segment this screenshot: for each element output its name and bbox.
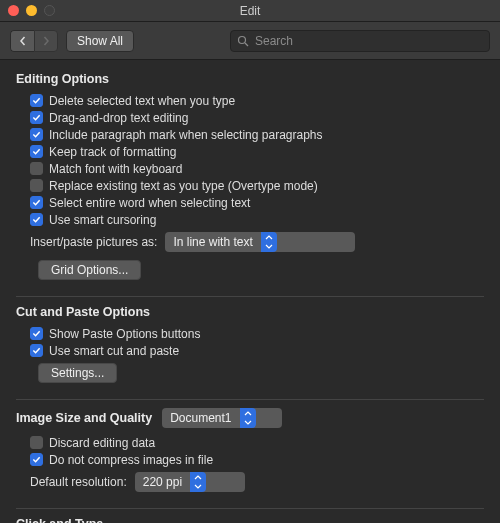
checkbox-row: Use smart cursoring — [16, 211, 484, 228]
insert-pictures-label: Insert/paste pictures as: — [30, 235, 157, 249]
checkbox[interactable] — [30, 94, 43, 107]
resolution-row: Default resolution: 220 ppi — [16, 468, 484, 496]
resolution-value: 220 ppi — [143, 475, 182, 489]
checkbox[interactable] — [30, 196, 43, 209]
insert-pictures-select[interactable]: In line with text — [165, 232, 355, 252]
checkbox-row: Select entire word when selecting text — [16, 194, 484, 211]
checkbox-label: Show Paste Options buttons — [49, 327, 200, 341]
checkbox-row: Match font with keyboard — [16, 160, 484, 177]
section-title-editing: Editing Options — [16, 72, 484, 86]
resolution-select[interactable]: 220 ppi — [135, 472, 245, 492]
divider — [16, 399, 484, 400]
show-all-button[interactable]: Show All — [66, 30, 134, 52]
insert-pictures-value: In line with text — [173, 235, 252, 249]
divider — [16, 296, 484, 297]
section-title-image: Image Size and Quality — [16, 411, 152, 425]
checkbox-row: Replace existing text as you type (Overt… — [16, 177, 484, 194]
checkbox[interactable] — [30, 128, 43, 141]
checkbox[interactable] — [30, 162, 43, 175]
checkbox-row: Discard editing data — [16, 434, 484, 451]
checkbox[interactable] — [30, 436, 43, 449]
checkbox-label: Delete selected text when you type — [49, 94, 235, 108]
checkbox[interactable] — [30, 213, 43, 226]
search-icon — [237, 35, 249, 47]
checkbox[interactable] — [30, 111, 43, 124]
close-icon[interactable] — [8, 5, 19, 16]
checkbox-label: Discard editing data — [49, 436, 155, 450]
updown-icon — [240, 408, 256, 428]
checkbox[interactable] — [30, 344, 43, 357]
checkbox-row: Use smart cut and paste — [16, 342, 484, 359]
checkbox[interactable] — [30, 145, 43, 158]
settings-button[interactable]: Settings... — [38, 363, 117, 383]
checkbox-row: Delete selected text when you type — [16, 92, 484, 109]
forward-button[interactable] — [34, 30, 58, 52]
checkbox-label: Use smart cursoring — [49, 213, 156, 227]
search-field[interactable] — [230, 30, 490, 52]
window-controls — [8, 5, 55, 16]
resolution-label: Default resolution: — [30, 475, 127, 489]
checkbox[interactable] — [30, 453, 43, 466]
checkbox-label: Replace existing text as you type (Overt… — [49, 179, 318, 193]
toolbar: Show All — [0, 22, 500, 60]
checkbox-label: Include paragraph mark when selecting pa… — [49, 128, 323, 142]
section-cutpaste: Cut and Paste Options Show Paste Options… — [16, 305, 484, 387]
checkbox-row: Drag-and-drop text editing — [16, 109, 484, 126]
checkbox-row: Include paragraph mark when selecting pa… — [16, 126, 484, 143]
chevron-right-icon — [41, 36, 51, 46]
section-image: Image Size and Quality Document1 Discard… — [16, 408, 484, 496]
checkbox-row: Do not compress images in file — [16, 451, 484, 468]
window-title: Edit — [0, 4, 500, 18]
search-input[interactable] — [255, 34, 483, 48]
updown-icon — [261, 232, 277, 252]
divider — [16, 508, 484, 509]
checkbox-label: Drag-and-drop text editing — [49, 111, 188, 125]
insert-pictures-row: Insert/paste pictures as: In line with t… — [16, 228, 484, 256]
image-document-select[interactable]: Document1 — [162, 408, 282, 428]
checkbox[interactable] — [30, 179, 43, 192]
back-button[interactable] — [10, 30, 34, 52]
image-document-value: Document1 — [170, 411, 231, 425]
section-title-click: Click and Type — [16, 517, 484, 523]
section-title-cutpaste: Cut and Paste Options — [16, 305, 484, 319]
checkbox-label: Do not compress images in file — [49, 453, 213, 467]
grid-options-button[interactable]: Grid Options... — [38, 260, 141, 280]
titlebar: Edit — [0, 0, 500, 22]
svg-line-1 — [245, 43, 248, 46]
svg-point-0 — [239, 36, 246, 43]
section-click: Click and Type Enable click and type Def… — [16, 517, 484, 523]
checkbox-row: Show Paste Options buttons — [16, 325, 484, 342]
section-editing: Editing Options Delete selected text whe… — [16, 72, 484, 284]
content: Editing Options Delete selected text whe… — [0, 60, 500, 523]
checkbox[interactable] — [30, 327, 43, 340]
updown-icon — [190, 472, 206, 492]
checkbox-row: Keep track of formatting — [16, 143, 484, 160]
checkbox-label: Select entire word when selecting text — [49, 196, 250, 210]
checkbox-label: Keep track of formatting — [49, 145, 176, 159]
nav-segment — [10, 30, 58, 52]
zoom-icon — [44, 5, 55, 16]
chevron-left-icon — [18, 36, 28, 46]
minimize-icon[interactable] — [26, 5, 37, 16]
checkbox-label: Match font with keyboard — [49, 162, 182, 176]
checkbox-label: Use smart cut and paste — [49, 344, 179, 358]
